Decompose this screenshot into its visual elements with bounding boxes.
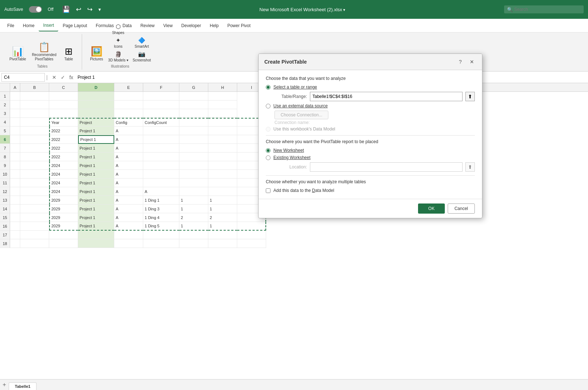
cell[interactable] xyxy=(20,135,49,144)
cell[interactable] xyxy=(179,187,208,196)
cell[interactable] xyxy=(179,135,208,144)
cell[interactable]: Project 1 xyxy=(78,196,114,205)
cell[interactable] xyxy=(179,100,208,109)
cell[interactable]: 2022 xyxy=(49,153,78,161)
cell[interactable] xyxy=(114,109,143,118)
cell[interactable]: Project 1 xyxy=(78,127,114,135)
cell[interactable] xyxy=(208,109,237,118)
cancel-formula-icon[interactable]: ✕ xyxy=(51,74,58,81)
cell[interactable]: 2029 xyxy=(49,196,78,205)
cell[interactable]: A xyxy=(114,205,143,213)
ok-button[interactable]: OK xyxy=(418,203,444,214)
cell[interactable] xyxy=(143,239,179,248)
cell[interactable]: 2022 xyxy=(49,144,78,153)
cell[interactable] xyxy=(179,118,208,127)
table-range-input[interactable] xyxy=(310,92,463,101)
cell[interactable]: 2024 xyxy=(49,179,78,187)
cell[interactable] xyxy=(114,239,143,248)
cell[interactable] xyxy=(49,92,78,100)
cell[interactable] xyxy=(10,92,20,100)
cancel-button[interactable]: Cancel xyxy=(448,203,475,214)
cell[interactable]: 1 Ding 3 xyxy=(143,205,179,213)
cell[interactable] xyxy=(10,196,20,205)
cell-configcount-header[interactable]: ConfigCount xyxy=(143,118,179,127)
cell[interactable]: A xyxy=(114,196,143,205)
search-input[interactable] xyxy=(504,5,584,13)
location-collapse-button[interactable]: ⬆ xyxy=(465,162,475,172)
existing-worksheet-radio[interactable] xyxy=(266,155,270,160)
cell[interactable] xyxy=(10,135,20,144)
cell[interactable]: 2029 xyxy=(49,205,78,213)
cell[interactable]: A xyxy=(114,170,143,179)
3d-models-button[interactable]: 🗿 3D Models ▾ xyxy=(107,50,130,63)
cell[interactable] xyxy=(143,170,179,179)
cell[interactable] xyxy=(20,231,49,239)
cell-reference-input[interactable] xyxy=(1,73,45,82)
cell[interactable]: 1 xyxy=(179,205,208,213)
screenshot-button[interactable]: 📷 Screenshot xyxy=(131,50,153,63)
smartart-button[interactable]: 🔷 SmartArt xyxy=(131,36,153,49)
active-cell[interactable]: Project 1 xyxy=(78,135,114,144)
redo-icon[interactable]: ↪ xyxy=(87,5,93,13)
cell[interactable] xyxy=(49,231,78,239)
cell[interactable] xyxy=(10,144,20,153)
cell[interactable] xyxy=(20,222,49,231)
cell[interactable]: Project 1 xyxy=(78,205,114,213)
cell[interactable] xyxy=(10,100,20,109)
cell[interactable] xyxy=(20,196,49,205)
cell[interactable]: Project 1 xyxy=(78,153,114,161)
cell[interactable] xyxy=(49,109,78,118)
menu-developer[interactable]: Developer xyxy=(177,20,205,31)
filename-chevron[interactable]: ▾ xyxy=(343,8,345,12)
menu-power-pivot[interactable]: Power Pivot xyxy=(223,20,255,31)
table-button[interactable]: ⊞ Table xyxy=(60,44,77,63)
menu-home[interactable]: Home xyxy=(18,20,39,31)
cell[interactable] xyxy=(20,153,49,161)
cell[interactable] xyxy=(237,231,266,239)
cell-project-header[interactable]: Project xyxy=(78,118,114,127)
cell[interactable] xyxy=(143,109,179,118)
dialog-close-button[interactable]: ✕ xyxy=(468,57,476,66)
cell[interactable]: 1 xyxy=(208,222,237,231)
cell[interactable] xyxy=(179,161,208,170)
cell[interactable] xyxy=(10,127,20,135)
cell[interactable] xyxy=(143,127,179,135)
insert-function-icon[interactable]: fx xyxy=(68,74,75,81)
cell[interactable] xyxy=(10,231,20,239)
cell[interactable]: 2029 xyxy=(49,222,78,231)
cell[interactable]: 2024 xyxy=(49,187,78,196)
cell[interactable] xyxy=(114,92,143,100)
cell[interactable] xyxy=(143,161,179,170)
cell[interactable]: 1 xyxy=(208,205,237,213)
cell[interactable] xyxy=(78,109,114,118)
cell[interactable] xyxy=(20,100,49,109)
cell[interactable] xyxy=(10,161,20,170)
cell[interactable] xyxy=(49,100,78,109)
menu-page-layout[interactable]: Page Layout xyxy=(58,20,91,31)
cell[interactable]: Project 1 xyxy=(78,161,114,170)
cell[interactable]: A xyxy=(114,179,143,187)
new-worksheet-radio[interactable] xyxy=(266,148,270,153)
cell[interactable]: A xyxy=(114,222,143,231)
cell[interactable] xyxy=(208,135,237,144)
cell[interactable] xyxy=(10,239,20,248)
choose-connection-button[interactable]: Choose Connection... xyxy=(274,111,328,119)
menu-file[interactable]: File xyxy=(3,20,18,31)
cell[interactable]: 1 Ding 5 xyxy=(143,222,179,231)
menu-view[interactable]: View xyxy=(159,20,177,31)
cell[interactable] xyxy=(208,239,237,248)
cell[interactable] xyxy=(179,170,208,179)
cell[interactable] xyxy=(143,179,179,187)
cell[interactable]: 1 Ding 1 xyxy=(143,196,179,205)
cell[interactable]: 2024 xyxy=(49,170,78,179)
quick-access-icon[interactable]: ▾ xyxy=(98,7,101,12)
cell[interactable] xyxy=(143,144,179,153)
cell[interactable]: Project 1 xyxy=(78,179,114,187)
cell[interactable] xyxy=(143,153,179,161)
cell[interactable] xyxy=(20,118,49,127)
cell[interactable] xyxy=(179,109,208,118)
external-source-radio[interactable] xyxy=(266,104,270,108)
add-sheet-button[interactable]: ＋ xyxy=(0,380,9,390)
cell[interactable] xyxy=(20,127,49,135)
cell[interactable] xyxy=(78,100,114,109)
